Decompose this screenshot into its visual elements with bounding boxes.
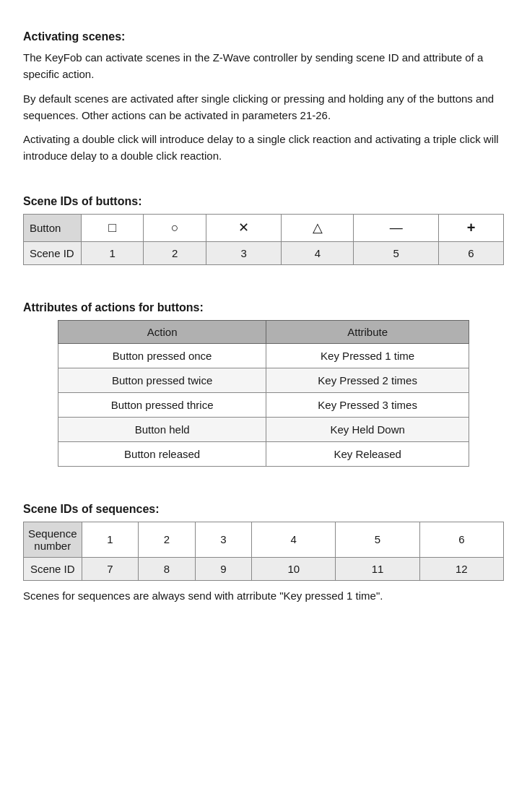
button-sceneid-1: 1 — [82, 241, 144, 264]
button-icon-2: ○ — [144, 214, 206, 241]
sequences-section: Scene IDs of sequences: Sequencenumber 1… — [23, 503, 504, 605]
actions-table-wrap: Action Attribute Button pressed onceKey … — [23, 320, 504, 467]
activating-scenes-title: Activating scenes: — [23, 30, 504, 43]
actions-table: Action Attribute Button pressed onceKey … — [58, 320, 469, 467]
sceneid-header-label: Scene ID — [24, 241, 82, 264]
actions-col-action: Action — [58, 320, 266, 343]
button-sceneid-2: 2 — [144, 241, 206, 264]
seq-sceneid-4: 10 — [252, 557, 336, 580]
sequences-num-row: Sequencenumber 1 2 3 4 5 6 — [24, 522, 504, 557]
seq-num-5: 5 — [336, 522, 419, 557]
actions-row-3: Button pressed thriceKey Pressed 3 times — [58, 392, 469, 417]
action-label-2: Button pressed twice — [58, 368, 266, 392]
action-label-1: Button pressed once — [58, 343, 266, 368]
seq-sceneid-1: 7 — [82, 557, 139, 580]
seq-num-1: 1 — [82, 522, 139, 557]
action-label-3: Button pressed thrice — [58, 392, 266, 417]
activating-scenes-para2: By default scenes are activated after si… — [23, 90, 504, 124]
action-label-5: Button released — [58, 441, 266, 466]
attribute-label-4: Key Held Down — [266, 417, 469, 441]
button-icon-1: □ — [82, 214, 144, 241]
seq-num-2: 2 — [139, 522, 196, 557]
button-icon-3: ✕ — [206, 214, 281, 241]
buttons-sceneid-row: Scene ID 1 2 3 4 5 6 — [24, 241, 504, 264]
seq-num-6: 6 — [419, 522, 503, 557]
seq-sceneid-header: Scene ID — [24, 557, 82, 580]
actions-section-title: Attributes of actions for buttons: — [23, 301, 504, 314]
attribute-label-2: Key Pressed 2 times — [266, 368, 469, 392]
actions-section: Attributes of actions for buttons: Actio… — [23, 301, 504, 467]
buttons-table: Button □ ○ ✕ △ — + Scene ID 1 2 3 4 5 6 — [23, 214, 504, 265]
actions-row-1: Button pressed onceKey Pressed 1 time — [58, 343, 469, 368]
seq-sceneid-5: 11 — [336, 557, 419, 580]
activating-scenes-section: Activating scenes: The KeyFob can activa… — [23, 30, 504, 165]
sequences-sceneid-row: Scene ID 7 8 9 10 11 12 — [24, 557, 504, 580]
button-icon-5: — — [354, 214, 438, 241]
button-sceneid-4: 4 — [282, 241, 354, 264]
seq-num-3: 3 — [195, 522, 252, 557]
buttons-icon-row: Button □ ○ ✕ △ — + — [24, 214, 504, 241]
actions-row-2: Button pressed twiceKey Pressed 2 times — [58, 368, 469, 392]
buttons-section-title: Scene IDs of buttons: — [23, 195, 504, 208]
seq-sceneid-6: 12 — [419, 557, 503, 580]
sequences-table: Sequencenumber 1 2 3 4 5 6 Scene ID 7 8 … — [23, 522, 504, 581]
button-sceneid-6: 6 — [438, 241, 503, 264]
action-label-4: Button held — [58, 417, 266, 441]
attribute-label-5: Key Released — [266, 441, 469, 466]
button-icon-4: △ — [282, 214, 354, 241]
button-header-label: Button — [24, 214, 82, 241]
seq-sceneid-3: 9 — [195, 557, 252, 580]
attribute-label-3: Key Pressed 3 times — [266, 392, 469, 417]
activating-scenes-para3: Activating a double click will introduce… — [23, 131, 504, 165]
button-sceneid-3: 3 — [206, 241, 281, 264]
actions-header-row: Action Attribute — [58, 320, 469, 343]
sequence-header-label: Sequencenumber — [24, 522, 82, 557]
sequences-footer: Scenes for sequences are always send wit… — [23, 588, 504, 605]
button-icon-6: + — [438, 214, 503, 241]
actions-row-5: Button releasedKey Released — [58, 441, 469, 466]
actions-col-attribute: Attribute — [266, 320, 469, 343]
sequences-section-title: Scene IDs of sequences: — [23, 503, 504, 516]
seq-num-4: 4 — [252, 522, 336, 557]
activating-scenes-para1: The KeyFob can activate scenes in the Z-… — [23, 49, 504, 83]
seq-sceneid-2: 8 — [139, 557, 196, 580]
attribute-label-1: Key Pressed 1 time — [266, 343, 469, 368]
buttons-section: Scene IDs of buttons: Button □ ○ ✕ △ — +… — [23, 195, 504, 265]
actions-row-4: Button heldKey Held Down — [58, 417, 469, 441]
button-sceneid-5: 5 — [354, 241, 438, 264]
